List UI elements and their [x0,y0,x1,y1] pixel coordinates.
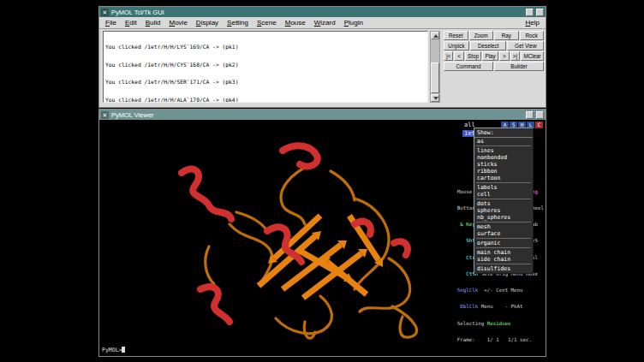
menu-item-cell[interactable]: cell [474,191,533,198]
console-line: You clicked /1etr/H/H/ALA`170/CA -> (pk4… [105,98,426,103]
menu-item-sticks[interactable]: sticks [474,161,533,168]
unpick-button[interactable]: Unpick [444,41,469,50]
menu-movie[interactable]: Movie [165,18,192,27]
gui-titlebar[interactable]: ✕ PyMOL Tcl/Tk GUI [99,7,546,17]
gui-window: ✕ PyMOL Tcl/Tk GUI File Edit Build Movie… [98,6,546,108]
selecting-line[interactable]: Selecting Residues [457,321,544,326]
menu-edit[interactable]: Edit [121,18,141,27]
ray-button[interactable]: Ray [494,31,519,40]
menu-separator [476,182,531,183]
menu-item-nonbonded[interactable]: nonbonded [474,154,533,161]
gui-window-title: PyMOL Tcl/Tk GUI [111,9,164,16]
menu-file[interactable]: File [101,18,121,27]
menu-item-side-chain[interactable]: side chain [474,256,533,263]
minimize-icon[interactable] [526,9,534,16]
matrix-row-actions: +/- Cent Menu [478,288,522,293]
menubar: File Edit Build Movie Display Setting Sc… [99,17,546,29]
menu-item-as[interactable]: as [474,138,533,145]
frame-line: Frame: 1/ 1 1/1 sec. [457,337,544,342]
menu-item-ribbon[interactable]: ribbon [474,168,533,175]
matrix-row-key: DblClk [457,304,478,309]
scroll-down-icon[interactable] [431,94,439,102]
menu-scene[interactable]: Scene [253,18,281,27]
menu-separator [476,222,531,223]
close-icon[interactable]: ✕ [101,9,109,16]
menu-separator [476,199,531,199]
menu-mouse[interactable]: Mouse [281,18,310,27]
menu-wizard[interactable]: Wizard [310,18,340,27]
menu-plugin[interactable]: Plugin [340,18,367,27]
menu-item-main-chain[interactable]: main chain [474,249,533,256]
matrix-row-key: SnglClk [457,288,478,293]
selecting-value: Residues [487,321,511,326]
reset-button[interactable]: Reset [444,31,468,40]
console-line: You clicked /1etr/H/H/SER`171/CA -> (pk3… [105,80,426,86]
menu-item-cartoon[interactable]: cartoon [474,175,533,181]
color-menu-button[interactable]: C [535,122,543,128]
matrix-row: SnglClk +/- Cent Menu [457,288,544,293]
play-button[interactable]: Play [482,51,498,61]
menu-separator [476,145,531,146]
menu-display[interactable]: Display [192,18,223,27]
viewer-window-title: PyMOL Viewer [111,111,154,119]
menu-build[interactable]: Build [141,18,165,27]
viewer-titlebar[interactable]: ✕ PyMOL Viewer [99,110,546,120]
scroll-up-icon[interactable] [431,32,439,39]
3d-viewport[interactable]: all A S H L C 1etr Show: as lines nonbon… [99,120,546,356]
menu-item-dots[interactable]: dots [474,200,533,207]
feedback-console[interactable]: You clicked /1etr/H/H/LYS`169/CA -> (pk1… [103,31,428,103]
menu-item-disulfides[interactable]: disulfides [474,265,533,272]
menu-item-organic[interactable]: organic [474,240,533,246]
prompt-label: PyMOL> [102,347,122,353]
menu-item-labels[interactable]: labels [474,184,533,191]
matrix-row-actions: Menu - PkAt [478,304,522,309]
console-line: You clicked /1etr/H/H/CYS`168/CA -> (pk2… [105,62,426,68]
get-view-button[interactable]: Get View [507,41,544,50]
menu-item-surface[interactable]: surface [474,230,533,237]
menu-separator [476,238,531,239]
frame-counter: Frame: 1/ 1 1/1 sec. [457,337,532,342]
text-cursor [122,347,125,353]
menu-item-lines[interactable]: lines [474,147,533,154]
console-scrollbar[interactable] [430,31,440,103]
mclear-button[interactable]: MClear [521,51,544,61]
command-button[interactable]: Command [444,62,493,71]
console-line: You clicked /1etr/H/H/LYS`169/CA -> (pk1… [105,45,426,50]
maximize-icon[interactable] [536,111,544,119]
show-menu-title: Show: [474,129,533,138]
menu-separator [476,247,531,248]
movie-first-button[interactable]: |< [444,51,453,61]
movie-next-button[interactable]: > [499,51,509,61]
close-icon[interactable]: ✕ [101,111,109,119]
menu-separator [476,264,531,264]
matrix-row: DblClk Menu - PkAt [457,304,544,309]
menu-help[interactable]: Help [522,18,544,27]
minimize-icon[interactable] [526,111,534,119]
builder-button[interactable]: Builder [494,62,544,71]
movie-prev-button[interactable]: < [454,51,463,61]
maximize-icon[interactable] [536,9,544,16]
menu-item-spheres[interactable]: spheres [474,207,533,214]
stop-button[interactable]: Stop [465,51,481,61]
viewer-window: ✕ PyMOL Viewer [98,109,546,357]
show-menu: Show: as lines nonbonded sticks ribbon c… [474,128,534,274]
menu-item-mesh[interactable]: mesh [474,223,533,230]
rock-button[interactable]: Rock [520,31,545,40]
command-prompt[interactable]: PyMOL> [102,347,125,353]
menu-setting[interactable]: Setting [223,18,253,27]
selecting-label: Selecting [457,321,487,326]
scrollbar-thumb[interactable] [431,62,439,93]
control-button-panel: Reset Zoom Ray Rock Unpick Deselect Get … [444,31,544,71]
zoom-button[interactable]: Zoom [469,31,494,40]
menu-item-nb-spheres[interactable]: nb_spheres [474,214,533,221]
movie-last-button[interactable]: >| [510,51,520,61]
deselect-button[interactable]: Deselect [470,41,507,50]
